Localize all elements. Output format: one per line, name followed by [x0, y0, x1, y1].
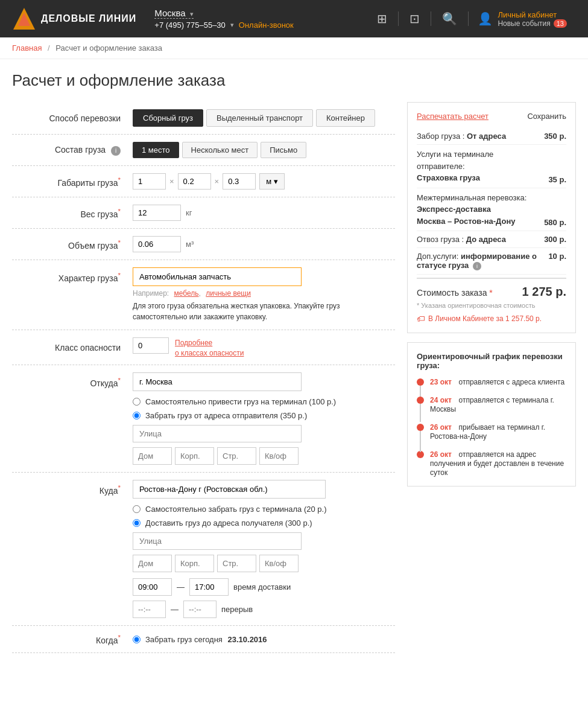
- volume-label-text: Объем груза: [68, 240, 118, 250]
- to-street-input[interactable]: [133, 532, 302, 550]
- dim-unit-selector[interactable]: м ▾: [259, 173, 285, 190]
- save-link[interactable]: Сохранить: [527, 112, 566, 121]
- price-value-1: 350 р.: [544, 132, 566, 141]
- to-section: Куда* Самостоятельно забрать груз с терм…: [12, 473, 395, 626]
- price-label-3-sub: Экспресс-доставкаМосква – Ростов-на-Дону: [417, 203, 538, 227]
- from-korp-input[interactable]: [175, 447, 214, 465]
- character-input[interactable]: [133, 267, 302, 286]
- to-dom-input[interactable]: [133, 555, 172, 572]
- example-furniture-link[interactable]: мебель: [174, 289, 199, 298]
- break-dash: —: [171, 605, 179, 614]
- account-link[interactable]: Личный кабинет: [498, 10, 557, 19]
- phone-dropdown-icon: ▾: [230, 21, 234, 29]
- to-label: Куда*: [12, 480, 133, 496]
- from-kv-input[interactable]: [259, 447, 299, 465]
- example-personal-link[interactable]: личные вещи: [206, 289, 251, 298]
- when-radio[interactable]: [133, 636, 141, 643]
- city-selector[interactable]: Москва ▾: [154, 8, 193, 19]
- to-address-label[interactable]: Доставить груз до адреса получателя (300…: [145, 518, 312, 528]
- from-dom-input[interactable]: [133, 447, 172, 465]
- phone-row: +7 (495) 775–55–30 ▾ Онлайн-звонок: [154, 21, 293, 30]
- breadcrumb-home[interactable]: Главная: [12, 43, 42, 53]
- transport-buttons: Сборный груз Выделенный транспорт Контей…: [133, 109, 375, 127]
- to-kv-input[interactable]: [259, 555, 299, 572]
- notifications-badge[interactable]: 13: [554, 19, 567, 28]
- to-radio-address[interactable]: [133, 519, 141, 527]
- from-city-input[interactable]: [133, 372, 302, 391]
- schedule-dot-3: [417, 423, 424, 431]
- from-str-input[interactable]: [217, 447, 256, 465]
- from-radio-address[interactable]: [133, 412, 141, 419]
- transport-btn-konteyner[interactable]: Контейнер: [316, 109, 375, 127]
- from-building-fields: [133, 447, 336, 465]
- delivery-time-to-input[interactable]: [189, 578, 229, 596]
- from-radio-terminal[interactable]: [133, 398, 141, 406]
- cargo-btn-1mesto[interactable]: 1 место: [133, 142, 179, 158]
- schedule-box: Ориентировочный график перевозки груза: …: [407, 342, 576, 486]
- price-row-3: Межтерминальная перевозка: Экспресс-дост…: [417, 188, 566, 232]
- dim2-input[interactable]: [178, 173, 211, 190]
- volume-input[interactable]: [133, 236, 181, 252]
- account-area[interactable]: 👤 Личный кабинет Новые события 13: [469, 10, 576, 28]
- schedule-content-3: 26 окт прибывает на терминал г. Ростова-…: [430, 423, 566, 441]
- transport-btn-vydeleniy[interactable]: Выделенный транспорт: [206, 109, 313, 127]
- dimensions-label: Габариты груза*: [12, 176, 133, 188]
- when-option-label[interactable]: Забрать груз сегодня 23.10.2016: [145, 635, 267, 644]
- break-from-input[interactable]: [133, 601, 166, 618]
- schedule-date-2: 24 окт: [430, 396, 452, 404]
- price-label-1: Забор груза : От адреса: [417, 132, 538, 141]
- price-value-3: 580 р.: [544, 218, 566, 227]
- dim1-input[interactable]: [133, 173, 166, 190]
- cargo-btn-pismo[interactable]: Письмо: [261, 142, 306, 158]
- to-terminal-label[interactable]: Самостоятельно забрать груз с терминала …: [145, 505, 327, 514]
- online-call-link[interactable]: Онлайн-звонок: [239, 21, 294, 30]
- cargo-info-icon[interactable]: i: [111, 146, 121, 156]
- when-section: Когда* Забрать груз сегодня 23.10.2016: [12, 626, 395, 653]
- to-str-input[interactable]: [217, 555, 256, 572]
- search-icon-btn[interactable]: 🔍: [431, 11, 469, 26]
- danger-detail-link[interactable]: Подробнее: [175, 337, 244, 349]
- calculator-icon-btn[interactable]: ⊞: [366, 11, 399, 26]
- logo[interactable]: ДЕЛОВЫЕ ЛИНИИ: [12, 7, 136, 31]
- weight-input[interactable]: [133, 205, 181, 221]
- schedule-item-3: 26 окт прибывает на терминал г. Ростова-…: [417, 423, 566, 441]
- from-section: Откуда* Самостоятельно привести груз на …: [12, 365, 395, 473]
- dim3-input[interactable]: [223, 173, 256, 190]
- from-street-input[interactable]: [133, 425, 302, 442]
- from-terminal-label[interactable]: Самостоятельно привести груз на терминал…: [145, 397, 336, 406]
- tracking-icon-btn[interactable]: ⊡: [399, 11, 431, 26]
- delivery-time-row: — время доставки: [133, 578, 327, 596]
- lk-promo-text: В Личном Кабинете за 1 257.50 р.: [428, 314, 542, 323]
- lk-promo: 🏷 В Личном Кабинете за 1 257.50 р.: [417, 314, 566, 324]
- danger-input[interactable]: [133, 337, 169, 354]
- price-label-4: Отвоз груза : До адреса: [417, 235, 538, 244]
- break-to-input[interactable]: [183, 601, 217, 618]
- delivery-time-from-input[interactable]: [133, 578, 172, 596]
- print-link[interactable]: Распечатать расчет: [417, 112, 488, 121]
- cargo-btn-neskolko[interactable]: Несколько мест: [182, 142, 258, 158]
- volume-section: Объем груза* м³: [12, 229, 395, 260]
- notifications-label: Новые события: [498, 19, 550, 28]
- danger-section: Класс опасности Подробнее о классах опас…: [12, 330, 395, 365]
- to-korp-input[interactable]: [175, 555, 214, 572]
- city-dropdown-icon: ▾: [190, 10, 194, 18]
- to-city-input[interactable]: [133, 480, 326, 499]
- logo-text: ДЕЛОВЫЕ ЛИНИИ: [41, 13, 136, 24]
- price-row-2: Услуги на терминале отправителе: Страхов…: [417, 145, 566, 188]
- phone-number[interactable]: +7 (495) 775–55–30: [154, 21, 225, 30]
- price-label-2-main: Услуги на терминале отправителе:: [417, 148, 542, 172]
- city-name: Москва: [154, 8, 185, 18]
- info-icon-2[interactable]: i: [473, 262, 481, 270]
- to-radio-terminal[interactable]: [133, 505, 141, 513]
- character-label: Характер груза*: [12, 267, 133, 283]
- dimensions-inputs: × × м ▾: [133, 173, 285, 190]
- cargo-section: Состав груза i 1 место Несколько мест Пи…: [12, 135, 395, 166]
- transport-btn-sborniy[interactable]: Сборный груз: [133, 109, 203, 127]
- from-address-label[interactable]: Забрать груз от адреса отправителя (350 …: [145, 411, 307, 420]
- character-label-text: Характер груза: [58, 273, 118, 283]
- schedule-content-4: 26 окт отправляется на адрес получения и…: [430, 450, 566, 477]
- delivery-time-label: время доставки: [233, 582, 291, 592]
- to-content: Самостоятельно забрать груз с терминала …: [133, 480, 327, 618]
- danger-class-link[interactable]: о классах опасности: [175, 349, 244, 357]
- schedule-dot-2: [417, 395, 424, 404]
